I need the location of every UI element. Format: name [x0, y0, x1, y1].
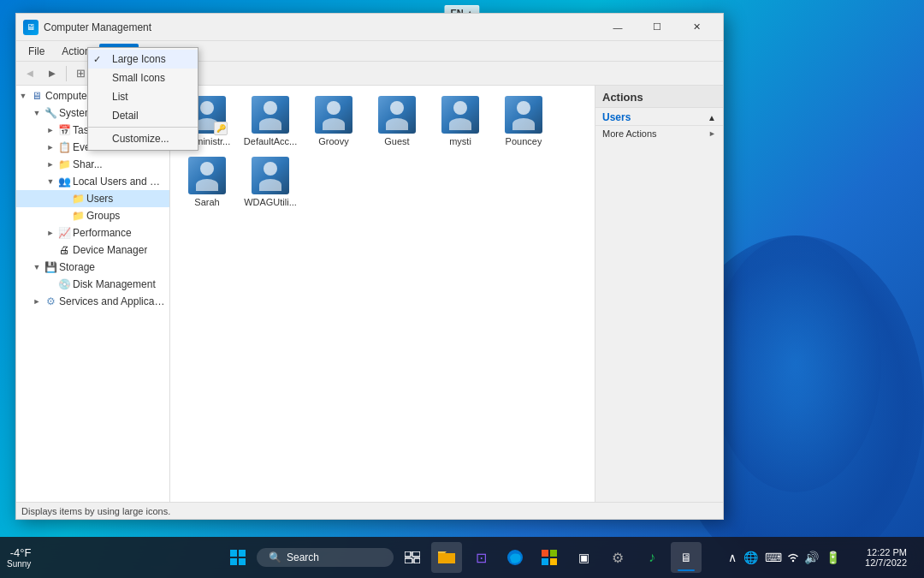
- wifi-icon[interactable]: [787, 552, 799, 563]
- tray-battery-icon[interactable]: 🔋: [824, 549, 842, 566]
- tree-label-disk-management: Disk Management: [71, 278, 156, 290]
- tree-label-users: Users: [85, 193, 113, 205]
- system-tools-icon: 🔧: [44, 107, 57, 119]
- close-button[interactable]: ✕: [677, 14, 716, 41]
- task-scheduler-icon: 📅: [57, 124, 71, 136]
- user-item[interactable]: Pouncey: [494, 92, 554, 150]
- user-avatar-image: [188, 157, 226, 194]
- taskbar-file-explorer[interactable]: [431, 542, 462, 573]
- more-actions-arrow-icon: ►: [708, 129, 716, 138]
- user-avatar: [188, 157, 226, 194]
- user-label: Pouncey: [506, 136, 542, 146]
- user-avatar-image: [315, 96, 352, 134]
- tree-item-performance[interactable]: ► 📈 Performance: [16, 224, 169, 241]
- titlebar: 🖥 Computer Management — ☐ ✕: [16, 14, 723, 41]
- user-item[interactable]: Groovy: [304, 92, 364, 150]
- taskbar-center: 🔍 Search ⊡: [222, 542, 702, 573]
- user-item[interactable]: Sarah: [177, 153, 237, 211]
- user-item[interactable]: Guest: [367, 92, 427, 150]
- weather-widget[interactable]: -4°F Sunny: [7, 546, 31, 569]
- tray-globe-icon[interactable]: 🌐: [742, 549, 760, 566]
- taskbar-terminal[interactable]: ▣: [568, 542, 599, 573]
- svg-rect-12: [550, 558, 557, 565]
- taskbar-edge[interactable]: [500, 542, 530, 573]
- detail-label: Detail: [112, 110, 139, 122]
- tray-keyboard-icon[interactable]: ⌨: [763, 549, 784, 566]
- taskbar-left: -4°F Sunny: [7, 546, 34, 569]
- taskbar-spotify[interactable]: ♪: [637, 542, 667, 573]
- svg-rect-5: [412, 551, 420, 557]
- tray-icons: ∧ 🌐 ⌨ 🔊 🔋: [726, 549, 842, 566]
- active-indicator: [678, 569, 695, 571]
- tree-item-disk-mgmt[interactable]: 💿 Disk Management: [16, 276, 169, 293]
- view-list[interactable]: List: [88, 87, 198, 106]
- user-avatar-image: [252, 96, 289, 134]
- task-view-button[interactable]: [397, 542, 428, 573]
- expand-icon-local-users: ▼: [44, 177, 57, 186]
- user-item[interactable]: mysti: [430, 92, 490, 150]
- svg-rect-11: [542, 558, 548, 565]
- svg-rect-1: [239, 550, 246, 557]
- expand-icon-system: ▼: [30, 109, 44, 117]
- weather-description: Sunny: [7, 559, 31, 569]
- user-item[interactable]: WDAGUtili...: [240, 153, 300, 211]
- tree-label-storage: Storage: [57, 261, 95, 273]
- actions-chevron-icon: ▲: [708, 113, 716, 122]
- event-viewer-icon: 📋: [57, 141, 71, 153]
- svg-rect-3: [239, 558, 246, 565]
- user-label: WDAGUtili...: [244, 197, 297, 207]
- main-content-panel: 🔑Administr...DefaultAcc...GroovyGuestmys…: [170, 86, 595, 502]
- statusbar-text: Displays items by using large icons.: [21, 506, 170, 516]
- view-detail[interactable]: Detail: [88, 106, 198, 125]
- tray-speaker-icon[interactable]: 🔊: [803, 549, 820, 566]
- tree-label-device-manager: Device Manager: [71, 244, 147, 256]
- user-avatar-image: [505, 96, 542, 134]
- statusbar: Displays items by using large icons.: [16, 502, 723, 519]
- window-icon: 🖥: [23, 20, 38, 35]
- start-button[interactable]: [222, 542, 253, 573]
- datetime-display[interactable]: 12:22 PM 12/7/2022: [847, 547, 907, 568]
- tree-item-users[interactable]: 📁 Users: [16, 190, 169, 207]
- expand-icon-storage: ▼: [30, 263, 44, 271]
- user-avatar: [252, 96, 289, 134]
- user-avatar: [252, 157, 289, 194]
- back-button[interactable]: ◄: [20, 64, 40, 83]
- performance-icon: 📈: [57, 227, 71, 239]
- maximize-button[interactable]: ☐: [637, 14, 677, 41]
- tray-up-arrow[interactable]: ∧: [726, 549, 738, 566]
- user-avatar: [505, 96, 542, 134]
- view-large-icons[interactable]: ✓ Large Icons: [88, 50, 198, 69]
- taskbar: -4°F Sunny 🔍 Search: [0, 537, 924, 578]
- forward-button[interactable]: ►: [42, 64, 62, 83]
- svg-rect-4: [405, 551, 411, 557]
- view-small-icons[interactable]: Small Icons: [88, 69, 198, 87]
- taskbar-store[interactable]: [534, 542, 565, 573]
- tree-item-services-apps[interactable]: ► ⚙ Services and Applications: [16, 293, 169, 310]
- menu-file[interactable]: File: [20, 44, 53, 59]
- user-item[interactable]: DefaultAcc...: [240, 92, 300, 150]
- user-badge: 🔑: [214, 122, 228, 135]
- large-icons-label: Large Icons: [112, 53, 166, 65]
- tree-item-storage[interactable]: ▼ 💾 Storage: [16, 259, 169, 276]
- svg-rect-0: [230, 550, 237, 557]
- tree-item-shared-folders[interactable]: ► 📁 Shar...: [16, 156, 169, 173]
- taskbar-teams[interactable]: ⊡: [465, 542, 496, 573]
- search-bar[interactable]: 🔍 Search: [257, 548, 394, 567]
- tree-item-local-users-groups[interactable]: ▼ 👥 Local Users and Groups: [16, 173, 169, 190]
- titlebar-left: 🖥 Computer Management: [23, 20, 151, 35]
- actions-users-section[interactable]: Users ▲: [595, 108, 723, 126]
- expand-icon-event: ►: [44, 143, 57, 152]
- view-customize[interactable]: Customize...: [88, 129, 198, 148]
- tree-label-shared-folders: Shar...: [71, 158, 103, 170]
- user-avatar-image: [252, 157, 289, 194]
- taskbar-active-app[interactable]: 🖥: [671, 542, 702, 573]
- tree-item-groups[interactable]: 📁 Groups: [16, 207, 169, 224]
- taskbar-settings[interactable]: ⚙: [602, 542, 633, 573]
- tree-item-device-manager[interactable]: 🖨 Device Manager: [16, 241, 169, 259]
- settings-icon: ⚙: [612, 550, 624, 566]
- actions-header: Actions: [595, 86, 723, 108]
- minimize-button[interactable]: —: [598, 14, 637, 41]
- user-label: DefaultAcc...: [244, 136, 297, 146]
- more-actions-link[interactable]: More Actions ►: [595, 126, 723, 141]
- tree-label-performance: Performance: [71, 227, 132, 239]
